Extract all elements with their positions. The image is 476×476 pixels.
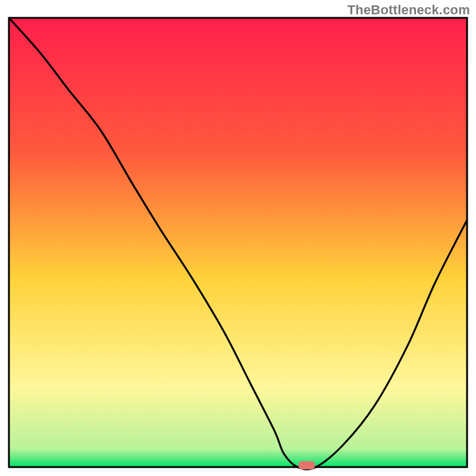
gradient-background bbox=[9, 18, 467, 467]
optimal-marker bbox=[299, 461, 315, 469]
chart-stage: TheBottleneck.com bbox=[0, 0, 476, 476]
bottleneck-plot bbox=[0, 0, 476, 476]
